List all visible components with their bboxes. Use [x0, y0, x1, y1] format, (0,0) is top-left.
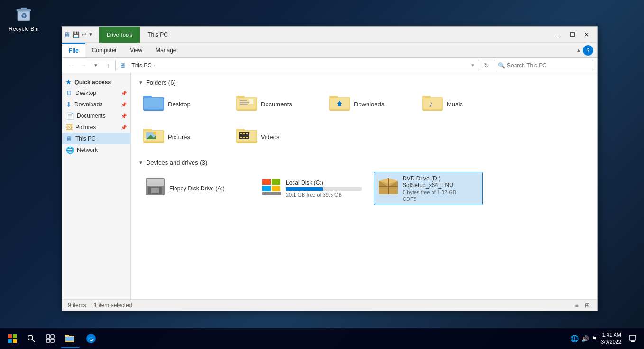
back-button[interactable]: ←: [66, 60, 76, 71]
svg-rect-13: [240, 102, 249, 103]
svg-rect-1: [17, 9, 31, 11]
folder-documents[interactable]: Documents: [233, 92, 319, 117]
svg-rect-7: [144, 98, 163, 109]
pin-icon-downloads: 📌: [121, 102, 127, 107]
svg-rect-74: [629, 335, 636, 340]
address-path[interactable]: 🖥 › This PC › ▼: [115, 60, 479, 71]
svg-rect-12: [240, 100, 247, 101]
notification-tray-icon[interactable]: ⚑: [592, 335, 597, 342]
svg-rect-45: [147, 179, 164, 186]
sidebar-quick-access[interactable]: ★ Quick access: [62, 77, 130, 87]
search-input[interactable]: [507, 62, 589, 69]
tab-file[interactable]: File: [62, 43, 85, 57]
pictures-folder-icon: 🖼: [66, 123, 73, 131]
svg-rect-14: [240, 104, 248, 105]
titlebar-monitor-icon: 🖥: [64, 31, 71, 38]
title-bar-left: 🖥 💾 ↩ ▼ Drive Tools This PC: [64, 27, 168, 43]
titlebar-dropdown-icon[interactable]: ▼: [88, 32, 93, 37]
path-this-pc: This PC: [131, 62, 152, 69]
svg-rect-39: [243, 133, 245, 134]
folder-pictures-icon: [143, 126, 164, 148]
svg-rect-61: [8, 339, 12, 343]
drive-tools-tab[interactable]: Drive Tools: [99, 27, 140, 43]
sidebar-item-network[interactable]: 🌐 Network: [62, 144, 130, 156]
pin-icon-documents: 📌: [121, 113, 127, 119]
view-list-button[interactable]: ≡: [572, 301, 581, 310]
svg-rect-42: [243, 137, 245, 138]
folder-downloads[interactable]: Downloads: [326, 92, 412, 117]
svg-text:♪: ♪: [429, 99, 433, 109]
svg-rect-15: [249, 99, 253, 104]
svg-point-32: [153, 132, 156, 135]
svg-rect-48: [262, 179, 271, 185]
taskbar-task-view[interactable]: [42, 330, 59, 347]
tab-manage[interactable]: Manage: [149, 43, 183, 57]
folder-desktop[interactable]: Desktop: [140, 92, 226, 117]
local-disk-info: Local Disk (C:) 20.1 GB free of 39.5 GB: [286, 179, 362, 198]
drive-dvd[interactable]: DVD Drive (D:) SqlSetup_x64_ENU 0 bytes …: [374, 172, 483, 205]
folders-section-header[interactable]: ▼ Folders (6): [138, 79, 589, 86]
titlebar-divider: [97, 31, 97, 38]
search-box[interactable]: 🔍: [494, 60, 593, 71]
maximize-button[interactable]: ☐: [566, 30, 579, 39]
svg-rect-72: [65, 337, 74, 341]
selected-count: 1 item selected: [94, 302, 132, 309]
taskbar-explorer-button[interactable]: [61, 329, 80, 348]
start-button[interactable]: [4, 330, 21, 347]
minimize-button[interactable]: —: [552, 30, 565, 39]
recycle-bin-desktop-icon[interactable]: ♻ Recycle Bin: [5, 4, 43, 32]
folder-videos[interactable]: Videos: [233, 124, 319, 150]
folder-music[interactable]: ♪ Music: [419, 92, 505, 117]
folder-desktop-icon: [143, 94, 164, 115]
sidebar-item-documents[interactable]: 📄 Documents 📌: [62, 110, 130, 122]
devices-section-header[interactable]: ▼ Devices and drives (3): [138, 159, 589, 166]
svg-rect-62: [13, 339, 17, 343]
clock-date: 3/9/2022: [601, 339, 621, 346]
sidebar-item-pictures[interactable]: 🖼 Pictures 📌: [62, 122, 130, 133]
tab-computer[interactable]: Computer: [85, 43, 124, 57]
action-center-button[interactable]: [625, 331, 640, 346]
refresh-button[interactable]: ↻: [481, 60, 492, 71]
taskbar-edge-button[interactable]: [82, 329, 101, 348]
taskbar-clock[interactable]: 1:41 AM 3/9/2022: [601, 331, 621, 346]
taskbar-search-button[interactable]: [23, 330, 40, 347]
recycle-bin-icon: ♻: [14, 4, 34, 24]
downloads-folder-icon: ⬇: [66, 101, 72, 108]
drives-grid: Floppy Disk Drive (A:): [138, 172, 589, 205]
svg-rect-50: [262, 186, 271, 191]
svg-rect-40: [246, 133, 248, 134]
folder-music-icon: ♪: [422, 94, 443, 115]
svg-rect-60: [13, 334, 17, 338]
close-button[interactable]: ✕: [580, 30, 593, 39]
network-icon: 🌐: [66, 146, 74, 154]
network-tray-icon[interactable]: 🌐: [570, 335, 579, 342]
svg-rect-2: [21, 8, 27, 9]
svg-rect-38: [240, 133, 242, 134]
svg-rect-52: [262, 192, 281, 195]
drive-local-disk[interactable]: Local Disk (C:) 20.1 GB free of 39.5 GB: [257, 172, 366, 205]
view-grid-button[interactable]: ⊞: [583, 301, 591, 310]
sidebar-item-desktop[interactable]: 🖥 Desktop 📌: [62, 87, 130, 99]
sidebar-item-this-pc[interactable]: 🖥 This PC: [62, 133, 130, 144]
sidebar: ★ Quick access 🖥 Desktop 📌 ⬇ Downloads 📌…: [62, 73, 131, 299]
taskbar: 🌐 🔊 ⚑ 1:41 AM 3/9/2022: [0, 328, 644, 349]
volume-tray-icon[interactable]: 🔊: [581, 335, 589, 342]
tab-view[interactable]: View: [123, 43, 149, 57]
svg-rect-59: [8, 334, 12, 338]
status-view-controls: ≡ ⊞: [572, 301, 591, 310]
svg-rect-43: [246, 137, 248, 138]
recent-locations-button[interactable]: ▼: [91, 60, 101, 71]
ribbon-collapse-icon[interactable]: ▲: [576, 47, 581, 53]
drive-floppy[interactable]: Floppy Disk Drive (A:): [140, 172, 249, 205]
sidebar-item-downloads[interactable]: ⬇ Downloads 📌: [62, 99, 130, 110]
address-dropdown-icon[interactable]: ▼: [470, 63, 475, 68]
window-title: This PC: [147, 31, 168, 38]
titlebar-undo-icon: ↩: [82, 31, 86, 38]
svg-line-64: [32, 340, 35, 342]
pin-icon-desktop: 📌: [121, 91, 127, 96]
svg-rect-51: [272, 186, 280, 191]
up-button[interactable]: ↑: [103, 60, 113, 71]
help-button[interactable]: ?: [583, 45, 593, 56]
forward-button[interactable]: →: [78, 60, 89, 71]
folder-pictures[interactable]: Pictures: [140, 124, 226, 150]
